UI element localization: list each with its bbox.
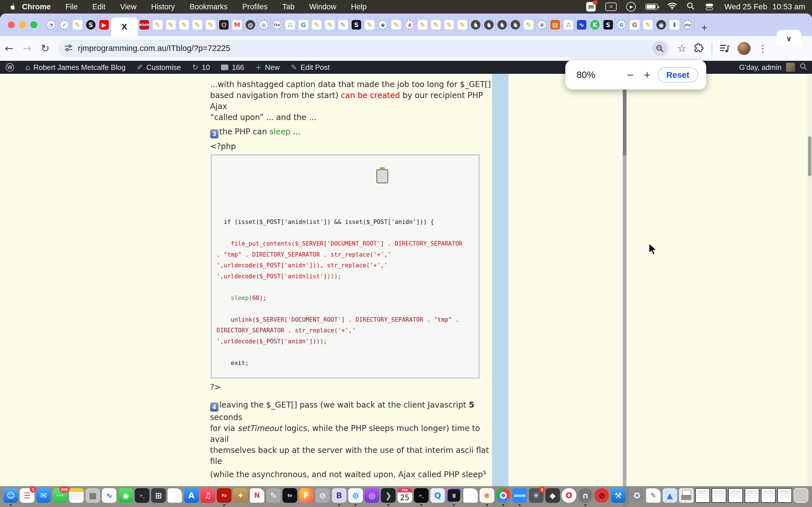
dock-filezilla[interactable]: Fz (217, 488, 232, 506)
dock-terminal-2[interactable]: >_ (414, 488, 428, 506)
admin-greeting[interactable]: G'day, admin (739, 63, 781, 72)
zoom-reset-button[interactable]: Reset (658, 67, 698, 82)
tab-download-favicon[interactable]: ⬇ (668, 18, 681, 32)
wp-logo-menu[interactable]: W (0, 61, 20, 74)
dock-pinta[interactable]: ❀ (479, 488, 494, 506)
tab-globe-favicon[interactable]: ◍ (244, 18, 257, 32)
minimize-window-button[interactable] (19, 21, 26, 28)
dock-music[interactable]: ♫ (200, 488, 215, 506)
tab-wolf-favicon[interactable]: ♞ (469, 18, 483, 32)
tab-dots-red-favicon[interactable]: ∴ (562, 18, 575, 32)
tab-stack-dashed-favicon[interactable]: ≋ (536, 18, 549, 32)
admin-search-icon[interactable] (800, 63, 807, 72)
tab-quill-favicon[interactable]: ✎ (416, 18, 429, 32)
tab-book-favicon[interactable]: ▤ (549, 18, 562, 32)
customise-menu[interactable]: ✐Customise (131, 61, 187, 74)
dock-window-thumb[interactable] (728, 488, 743, 506)
scrollbar-thumb[interactable] (808, 136, 811, 176)
dock-window-thumb[interactable] (761, 488, 776, 506)
menu-item-bookmarks[interactable]: Bookmarks (190, 3, 227, 11)
dock-camera-app[interactable]: ✳2 (529, 488, 544, 506)
site-name-menu[interactable]: ⌂Robert James Metcalfe Blog (20, 61, 131, 74)
site-settings-icon[interactable] (64, 44, 73, 53)
menu-item-profiles[interactable]: Profiles (242, 3, 267, 11)
profile-avatar[interactable] (738, 42, 751, 55)
back-button[interactable]: ← (0, 43, 18, 54)
bookmark-star-icon[interactable]: ☆ (677, 43, 686, 54)
url-text[interactable]: rjmprogramming.com.au/ITblog/?p=72225 (78, 44, 652, 53)
tab-s-serif-favicon[interactable]: S (350, 18, 363, 32)
forward-button[interactable]: → (18, 43, 36, 54)
tab-wolf-favicon[interactable]: ♞ (483, 18, 496, 32)
tab-s-serif-favicon[interactable]: S (602, 18, 615, 32)
tab-f2w-favicon[interactable]: f2w (270, 18, 284, 32)
tab-quill-favicon[interactable]: ✎ (642, 18, 655, 32)
dock-opera[interactable]: O (562, 488, 576, 506)
tab-quill-favicon[interactable]: ✎ (204, 18, 217, 32)
new-tab-button[interactable]: + (695, 22, 714, 36)
play-icon[interactable]: ▶ (626, 2, 636, 11)
dock-news[interactable]: N (250, 488, 264, 506)
dock-bbedit[interactable]: B (332, 488, 347, 506)
keyboard-icon[interactable]: ≡ (605, 3, 617, 11)
dock-printer[interactable] (679, 488, 694, 506)
tab-o-dark-favicon[interactable]: O (217, 18, 231, 32)
dock-accessibility[interactable]: ✪ (629, 488, 644, 506)
dock-intellij[interactable]: IJ (447, 488, 461, 506)
tab-s-dark-favicon[interactable]: S (84, 18, 98, 32)
tab-f-red-favicon[interactable]: Ⅎ (403, 18, 416, 32)
dock-screen-time[interactable]: ⊘ (315, 488, 330, 506)
tab-quill-favicon[interactable]: ✎ (323, 18, 337, 32)
dock-trash[interactable] (794, 488, 808, 506)
menu-item-edit[interactable]: Edit (93, 3, 106, 11)
dock-calendar[interactable]: FEB25 (398, 488, 412, 506)
tab-quill-favicon[interactable]: ✎ (522, 18, 536, 32)
dock-app-store[interactable]: A (184, 488, 199, 506)
dock-adblock[interactable]: ⊘ (594, 488, 609, 506)
menu-item-file[interactable]: File (65, 3, 78, 11)
dock-gimp[interactable]: ✎ (266, 488, 281, 506)
dock-photos-folder[interactable]: ▲ (663, 488, 677, 506)
dock-textedit[interactable] (167, 488, 182, 506)
tab-roar-favicon[interactable]: ROAR (138, 18, 151, 32)
tab-quill-favicon[interactable]: ✎ (363, 18, 376, 32)
tab-dots-favicon[interactable]: ∴ (284, 18, 297, 32)
dock-freeform[interactable]: ∿ (102, 488, 116, 506)
dock-libreoffice-writer[interactable] (463, 488, 478, 506)
tab-check-favicon[interactable]: ✓ (58, 18, 71, 32)
maximize-window-button[interactable] (31, 21, 37, 28)
tab-chrome-dashed-favicon[interactable]: ◎ (257, 18, 270, 32)
close-window-button[interactable] (8, 21, 15, 28)
tab-wolf-favicon[interactable]: ♞ (509, 18, 522, 32)
tab-quill-favicon[interactable]: ✎ (390, 18, 403, 32)
reload-button[interactable]: ↻ (36, 43, 54, 54)
menu-item-window[interactable]: Window (309, 3, 336, 11)
tab-quill-favicon[interactable]: ✎ (151, 18, 164, 32)
tab-k-green-favicon[interactable]: K (589, 18, 602, 32)
dock-quicktime[interactable]: Q (430, 488, 445, 506)
dock-window-thumb[interactable] (712, 488, 726, 506)
dock-facetime[interactable]: ◉ (118, 488, 133, 506)
php-code-block[interactable]: if (isset($_POST['anidnlist']) && isset(… (211, 155, 479, 378)
extensions-icon[interactable] (694, 43, 704, 54)
inner-scrollbar[interactable] (623, 74, 626, 507)
tab-php-dashed-favicon[interactable]: php (681, 18, 695, 32)
tab-abc-favicon[interactable]: ∿ (575, 18, 589, 32)
media-controls-icon[interactable] (719, 44, 730, 53)
dock-firefox[interactable]: F (299, 488, 313, 506)
dock-inkscape[interactable]: ◆ (545, 488, 560, 506)
dock-terminal[interactable]: >_ (135, 488, 149, 506)
comments-menu[interactable]: 166 (215, 61, 250, 74)
dock-window-thumb[interactable] (777, 488, 792, 506)
tab-pencil-favicon[interactable]: ✎ (337, 18, 350, 32)
dock-xcode[interactable]: ⚒ (611, 488, 626, 506)
tab-quill-favicon[interactable]: ✎ (71, 18, 84, 32)
dock-notes[interactable] (69, 488, 84, 506)
tab-quill-favicon[interactable]: ✎ (177, 18, 191, 32)
dock-tooth-app[interactable]: ∩ (578, 488, 593, 506)
tab-youtube-favicon[interactable]: ▶ (98, 18, 111, 32)
admin-avatar[interactable] (786, 63, 795, 72)
tab-quill-favicon[interactable]: ✎ (310, 18, 323, 32)
menu-item-chrome[interactable]: Chrome (22, 3, 51, 11)
control-center-icon[interactable] (704, 3, 715, 11)
